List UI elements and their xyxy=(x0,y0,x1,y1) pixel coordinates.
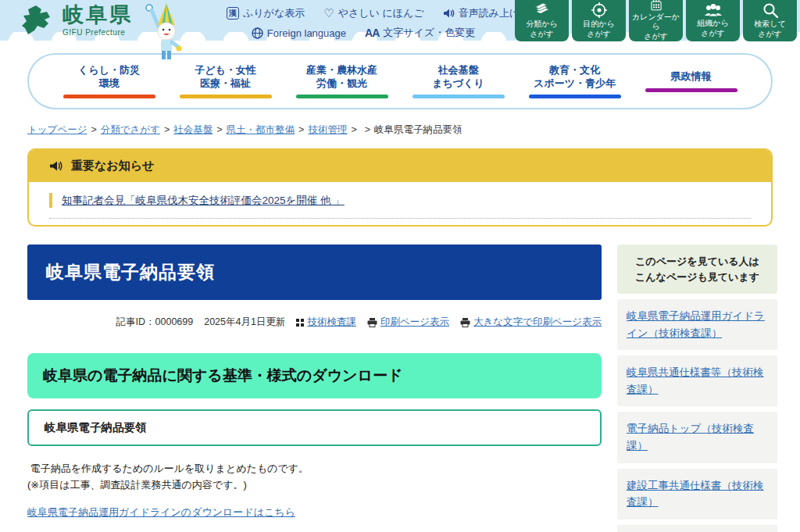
breadcrumb-current: 岐阜県電子納品要領 xyxy=(374,124,462,135)
speaker-icon xyxy=(443,8,455,19)
related-pages-title: このページを見ている人は こんなページも見ています xyxy=(617,245,777,294)
nav-item-kyoiku-bunka[interactable]: 教育・文化 スポーツ・青少年 xyxy=(520,64,630,99)
font-size-icon: AA xyxy=(365,27,379,39)
subsection-title-box: 岐阜県電子納品要領 xyxy=(27,409,602,446)
gifu-prefecture-shape-icon xyxy=(20,5,56,36)
megaphone-icon xyxy=(49,160,63,172)
global-navigation: くらし・防災 環境 子ども・女性 医療・福祉 産業・農林水産 労働・観光 社会基… xyxy=(27,53,773,109)
search-by-calendar-button[interactable]: カレンダーからさがす xyxy=(629,0,683,41)
site-title-en: GIFU Prefecture xyxy=(62,28,133,37)
furigana-link[interactable]: 漢 ふりがな表示 xyxy=(227,6,305,20)
large-print-page-link[interactable]: 大きな文字で印刷ページ表示 xyxy=(460,316,602,329)
breadcrumb-top-link[interactable]: トップページ xyxy=(27,124,87,135)
related-pages-sidebar: このページを見ている人は こんなページも見ています 岐阜県電子納品運用ガイドライ… xyxy=(617,245,777,532)
related-link-specs[interactable]: 岐阜県共通仕様書等（技術検査課） xyxy=(627,366,764,395)
heart-icon: ♡ xyxy=(323,6,334,20)
search-by-category-label: 分類からさがす xyxy=(526,20,557,39)
print-page-link[interactable]: 印刷ページ表示 xyxy=(367,316,449,329)
important-notice-box: 重要なお知らせ 知事記者会見「岐阜県伐木安全技術評価会2025を開催 他 」 xyxy=(27,148,773,227)
nav-item-kodomo-josei[interactable]: 子ども・女性 医療・福祉 xyxy=(170,64,281,99)
breadcrumb-gijutsu-link[interactable]: 技術管理 xyxy=(308,124,347,135)
breadcrumb-shakaikiban-link[interactable]: 社会基盤 xyxy=(173,124,212,135)
page-title-banner: 岐阜県電子納品要領 xyxy=(27,245,602,300)
foreign-language-link[interactable]: Foreign language xyxy=(252,27,346,39)
nav-item-sangyo[interactable]: 産業・農林水産 労働・観光 xyxy=(287,64,398,99)
calendar-icon xyxy=(648,0,664,11)
related-link-denshi-top[interactable]: 電子納品トップ（技術検査課） xyxy=(627,423,754,452)
main-column: 岐阜県電子納品要領 記事ID：0000699 2025年4月1日更新 技術検査課… xyxy=(27,245,602,532)
notice-divider xyxy=(49,218,751,219)
article-id: 記事ID：0000699 xyxy=(116,316,194,329)
people-icon xyxy=(704,3,723,17)
article-updated: 2025年4月1日更新 xyxy=(204,316,285,329)
site-title: 岐阜県 xyxy=(62,4,133,27)
important-notice-title: 重要なお知らせ xyxy=(71,159,154,173)
notice-press-conference-link[interactable]: 知事記者会見「岐阜県伐木安全技術評価会2025を開催 他 」 xyxy=(62,195,345,206)
read-aloud-link[interactable]: 音声読み上げ xyxy=(443,6,520,20)
easy-japanese-link[interactable]: ♡ やさしい にほんご xyxy=(323,6,424,20)
site-logo[interactable]: 岐阜県 GIFU Prefecture xyxy=(20,4,133,37)
furigana-label: ふりがな表示 xyxy=(243,6,305,20)
search-by-calendar-label: カレンダーからさがす xyxy=(629,12,683,42)
important-notice-header: 重要なお知らせ xyxy=(29,150,771,182)
related-link-item: 岐阜県電子納品運用ガイドライン（技術検査課） xyxy=(617,299,777,350)
nav-underline xyxy=(645,88,738,92)
related-link-item: 建設工事共通仕様書（技術検査課） xyxy=(617,469,777,520)
department-link[interactable]: 技術検査課 xyxy=(296,316,356,329)
site-header: 岐阜県 GIFU Prefecture 漢 ふりがな表示 ♡ やさしい にほんご xyxy=(0,0,800,41)
search-by-keyword-button[interactable]: 検索してさがす xyxy=(743,0,797,41)
related-link-kensetsu-specs[interactable]: 建設工事共通仕様書（技術検査課） xyxy=(627,480,764,509)
search-by-purpose-label: 目的からさがす xyxy=(583,20,614,39)
printer-icon xyxy=(367,318,377,327)
grid-icon xyxy=(296,319,304,327)
nav-underline xyxy=(412,95,505,98)
search-by-organization-button[interactable]: 組織からさがす xyxy=(686,0,740,41)
related-link-item: 岐阜県共通仕様書等（技術検査課） xyxy=(617,355,777,406)
related-link-guideline[interactable]: 岐阜県電子納品運用ガイドライン（技術検査課） xyxy=(627,310,765,339)
nav-underline xyxy=(63,95,155,98)
search-icon xyxy=(762,2,778,18)
breadcrumb-kendo-link[interactable]: 県土・都市整備 xyxy=(227,124,295,135)
search-button-group: 分類からさがす 目的からさがす カレンダーからさがす xyxy=(515,0,797,41)
nav-underline xyxy=(296,95,388,98)
nav-underline xyxy=(180,95,272,98)
nav-underline xyxy=(529,95,621,98)
article-meta: 記事ID：0000699 2025年4月1日更新 技術検査課 印刷ページ表示 xyxy=(27,316,602,329)
font-size-color-link[interactable]: AA 文字サイズ・色変更 xyxy=(365,26,475,40)
nav-item-shakaikiban[interactable]: 社会基盤 まちづくり xyxy=(403,64,514,99)
nav-item-kurashi-bousai[interactable]: くらし・防災 環境 xyxy=(54,64,165,99)
content-area: 岐阜県電子納品要領 記事ID：0000699 2025年4月1日更新 技術検査課… xyxy=(27,245,777,532)
globe-icon xyxy=(252,27,263,39)
related-link-item: 電子納品トップ（技術検査課） xyxy=(617,412,777,462)
printer-icon xyxy=(460,318,470,327)
read-aloud-label: 音声読み上げ xyxy=(459,6,520,20)
utility-links: 漢 ふりがな表示 ♡ やさしい にほんご 音声読み上げ xyxy=(227,5,500,41)
search-by-organization-label: 組織からさがす xyxy=(697,19,728,38)
related-link-item: 令和7年4月建設工事共通仕様書（技術検査課） xyxy=(617,525,777,532)
page-title: 岐阜県電子納品要領 xyxy=(46,260,583,284)
important-notice-body: 知事記者会見「岐阜県伐木安全技術評価会2025を開催 他 」 xyxy=(29,182,771,225)
mascot-character xyxy=(143,2,184,61)
font-size-color-label: 文字サイズ・色変更 xyxy=(383,26,475,40)
foreign-language-label: Foreign language xyxy=(267,27,346,39)
nav-item-kensei-joho[interactable]: 県政情報 xyxy=(636,70,747,92)
description-text: 電子納品を作成するためのルールを取りまとめたものです。 (※項目は工事、調査設計… xyxy=(27,460,602,494)
guideline-download-link[interactable]: 岐阜県電子納品運用ガイドラインのダウンロードはこちら xyxy=(27,505,295,520)
book-icon xyxy=(533,2,552,18)
easy-japanese-label: やさしい にほんご xyxy=(338,6,424,20)
target-icon xyxy=(591,2,607,18)
breadcrumb: トップページ>分類でさがす>社会基盤>県土・都市整備>技術管理>>岐阜県電子納品… xyxy=(27,123,773,137)
search-by-keyword-label: 検索してさがす xyxy=(754,20,785,39)
breadcrumb-category-link[interactable]: 分類でさがす xyxy=(101,124,160,135)
section-heading: 岐阜県の電子納品に関する基準・様式のダウンロード xyxy=(27,353,602,398)
kanji-icon: 漢 xyxy=(227,7,239,20)
search-by-category-button[interactable]: 分類からさがす xyxy=(515,0,569,41)
search-by-purpose-button[interactable]: 目的からさがす xyxy=(572,0,626,41)
